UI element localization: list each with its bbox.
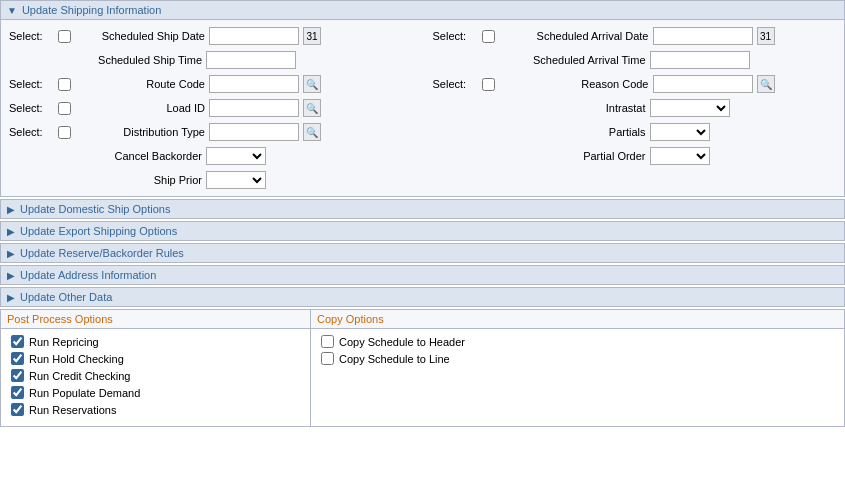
route-code-row: Select: Route Code 🔍 <box>9 74 413 94</box>
select-label-r3: Select: <box>433 78 478 90</box>
export-header[interactable]: ▶ Update Export Shipping Options <box>1 222 844 240</box>
route-code-search-btn[interactable]: 🔍 <box>303 75 321 93</box>
select-label-r1: Select: <box>433 30 478 42</box>
copy-schedule-line-checkbox[interactable] <box>321 352 334 365</box>
ship-prior-label: Ship Prior <box>72 174 202 186</box>
reserve-arrow: ▶ <box>7 248 15 259</box>
reserve-title: Update Reserve/Backorder Rules <box>20 247 184 259</box>
copy-options-title: Copy Options <box>317 313 384 325</box>
other-title: Update Other Data <box>20 291 112 303</box>
update-shipping-header[interactable]: ▼ Update Shipping Information <box>1 1 844 20</box>
post-process-panel: Post Process Options Run Repricing Run H… <box>1 310 311 426</box>
partials-select[interactable] <box>650 123 710 141</box>
reason-code-input[interactable] <box>653 75 753 93</box>
cancel-backorder-label: Cancel Backorder <box>72 150 202 162</box>
dist-type-input[interactable] <box>209 123 299 141</box>
reason-code-search-btn[interactable]: 🔍 <box>757 75 775 93</box>
run-reservations-label: Run Reservations <box>29 404 116 416</box>
run-credit-checking-label: Run Credit Checking <box>29 370 131 382</box>
cancel-backorder-select[interactable] <box>206 147 266 165</box>
post-process-item-5: Run Reservations <box>11 403 300 416</box>
run-hold-checking-label: Run Hold Checking <box>29 353 124 365</box>
select-label-4: Select: <box>9 102 54 114</box>
arrival-time-label: Scheduled Arrival Time <box>496 54 646 66</box>
address-arrow: ▶ <box>7 270 15 281</box>
intrastat-label: Intrastat <box>496 102 646 114</box>
load-id-row: Select: Load ID 🔍 <box>9 98 413 118</box>
post-process-item-2: Run Hold Checking <box>11 352 300 365</box>
post-process-item-1: Run Repricing <box>11 335 300 348</box>
load-id-input[interactable] <box>209 99 299 117</box>
address-section: ▶ Update Address Information <box>0 265 845 285</box>
select-checkbox-r1[interactable] <box>482 30 495 43</box>
copy-options-header: Copy Options <box>311 310 844 329</box>
cancel-backorder-row: Cancel Backorder <box>9 146 413 166</box>
post-process-title: Post Process Options <box>7 313 113 325</box>
ship-date-input[interactable] <box>209 27 299 45</box>
update-shipping-section: ▼ Update Shipping Information Select: Sc… <box>0 0 845 197</box>
select-checkbox-5[interactable] <box>58 126 71 139</box>
reason-code-row: Select: Reason Code 🔍 <box>433 74 837 94</box>
bottom-row: Post Process Options Run Repricing Run H… <box>0 309 845 427</box>
reserve-section: ▶ Update Reserve/Backorder Rules <box>0 243 845 263</box>
export-title: Update Export Shipping Options <box>20 225 177 237</box>
domestic-section: ▶ Update Domestic Ship Options <box>0 199 845 219</box>
partial-order-row: Partial Order <box>433 146 837 166</box>
other-header[interactable]: ▶ Update Other Data <box>1 288 844 306</box>
copy-options-panel: Copy Options Copy Schedule to Header Cop… <box>311 310 844 426</box>
partials-row: Partials <box>433 122 837 142</box>
select-checkbox-r3[interactable] <box>482 78 495 91</box>
shipping-collapse-arrow: ▼ <box>7 5 17 16</box>
address-header[interactable]: ▶ Update Address Information <box>1 266 844 284</box>
intrastat-select[interactable] <box>650 99 730 117</box>
ship-date-label: Scheduled Ship Date <box>75 30 205 42</box>
ship-prior-select[interactable] <box>206 171 266 189</box>
other-arrow: ▶ <box>7 292 15 303</box>
run-reservations-checkbox[interactable] <box>11 403 24 416</box>
arrival-date-input[interactable] <box>653 27 753 45</box>
load-id-search-btn[interactable]: 🔍 <box>303 99 321 117</box>
ship-date-row: Select: Scheduled Ship Date 31 <box>9 26 413 46</box>
run-populate-demand-checkbox[interactable] <box>11 386 24 399</box>
ship-time-row: Scheduled Ship Time <box>9 50 413 70</box>
route-code-input[interactable] <box>209 75 299 93</box>
export-section: ▶ Update Export Shipping Options <box>0 221 845 241</box>
post-process-item-4: Run Populate Demand <box>11 386 300 399</box>
copy-schedule-header-checkbox[interactable] <box>321 335 334 348</box>
post-process-item-3: Run Credit Checking <box>11 369 300 382</box>
reserve-header[interactable]: ▶ Update Reserve/Backorder Rules <box>1 244 844 262</box>
select-label-3: Select: <box>9 78 54 90</box>
run-hold-checking-checkbox[interactable] <box>11 352 24 365</box>
arrival-time-row: Scheduled Arrival Time <box>433 50 837 70</box>
arrival-date-calendar-btn[interactable]: 31 <box>757 27 775 45</box>
domestic-title: Update Domestic Ship Options <box>20 203 170 215</box>
select-label-1: Select: <box>9 30 54 42</box>
ship-prior-row: Ship Prior <box>9 170 413 190</box>
run-repricing-checkbox[interactable] <box>11 335 24 348</box>
load-id-label: Load ID <box>75 102 205 114</box>
run-populate-demand-label: Run Populate Demand <box>29 387 140 399</box>
dist-type-label: Distribution Type <box>75 126 205 138</box>
arrival-time-input[interactable] <box>650 51 750 69</box>
select-label-5: Select: <box>9 126 54 138</box>
post-process-header: Post Process Options <box>1 310 310 329</box>
shipping-title: Update Shipping Information <box>22 4 161 16</box>
ship-time-label: Scheduled Ship Time <box>72 54 202 66</box>
route-code-label: Route Code <box>75 78 205 90</box>
select-checkbox-3[interactable] <box>58 78 71 91</box>
run-credit-checking-checkbox[interactable] <box>11 369 24 382</box>
run-repricing-label: Run Repricing <box>29 336 99 348</box>
partials-label: Partials <box>496 126 646 138</box>
ship-date-calendar-btn[interactable]: 31 <box>303 27 321 45</box>
partial-order-select[interactable] <box>650 147 710 165</box>
post-process-content: Run Repricing Run Hold Checking Run Cred… <box>1 329 310 426</box>
select-checkbox-4[interactable] <box>58 102 71 115</box>
domestic-header[interactable]: ▶ Update Domestic Ship Options <box>1 200 844 218</box>
shipping-left-col: Select: Scheduled Ship Date 31 Scheduled… <box>9 26 413 190</box>
select-checkbox-1[interactable] <box>58 30 71 43</box>
copy-options-item-2: Copy Schedule to Line <box>321 352 834 365</box>
dist-type-search-btn[interactable]: 🔍 <box>303 123 321 141</box>
arrival-date-label: Scheduled Arrival Date <box>499 30 649 42</box>
ship-time-input[interactable] <box>206 51 296 69</box>
shipping-right-col: Select: Scheduled Arrival Date 31 Schedu… <box>413 26 837 190</box>
